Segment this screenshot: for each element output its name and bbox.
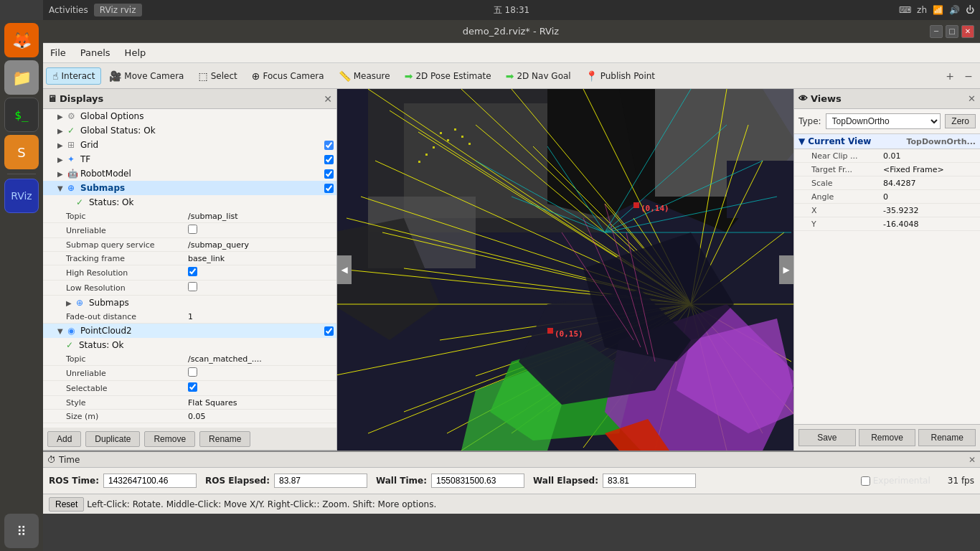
- tree-item-status-ok2[interactable]: ✓ Status: Ok: [43, 338, 336, 352]
- robot-model-checkbox[interactable]: [324, 169, 334, 179]
- tree-item-tf[interactable]: ▶ ✦ TF: [43, 152, 336, 166]
- locale-icon[interactable]: zh: [917, 5, 927, 15]
- collapse-left-button[interactable]: ◀: [337, 255, 352, 284]
- unreliable2-checkbox[interactable]: [188, 367, 197, 377]
- measure-icon: 📏: [339, 70, 351, 82]
- pointcloud2-icon: ◉: [67, 326, 79, 336]
- tree-item-status-ok[interactable]: ✓ Status: Ok: [43, 195, 336, 209]
- tree-item-grid[interactable]: ▶ ⊞ Grid: [43, 138, 336, 152]
- sidebar-icon-rviz[interactable]: RViz: [4, 179, 39, 213]
- views-rename-button[interactable]: Rename: [918, 429, 976, 446]
- expand-arrow-robot-model[interactable]: ▶: [57, 170, 67, 178]
- system-time: 五 18:31: [494, 4, 529, 17]
- fps-display: 31 fps: [948, 476, 974, 486]
- menu-help[interactable]: Help: [122, 46, 149, 60]
- expand-arrow-submaps[interactable]: ▼: [57, 184, 67, 192]
- prop-row-unreliable2: Unreliable: [43, 366, 336, 381]
- tree-item-submaps[interactable]: ▼ ⊕ Submaps: [43, 181, 336, 195]
- tree-item-submaps-sub[interactable]: ▶ ⊕ Submaps: [43, 296, 336, 310]
- tree-item-pointcloud2[interactable]: ▼ ◉ PointCloud2: [43, 324, 336, 338]
- select-label: Select: [211, 71, 237, 81]
- keyboard-icon[interactable]: ⌨: [899, 5, 911, 15]
- pointcloud2-checkbox[interactable]: [324, 326, 334, 336]
- remove-panel-button[interactable]: −: [960, 67, 977, 85]
- topic2-value: /scan_matched_....: [188, 354, 334, 364]
- focus-camera-button[interactable]: ⊕ Focus Camera: [245, 67, 331, 85]
- grid-label: Grid: [80, 140, 321, 150]
- volume-icon[interactable]: 🔊: [949, 5, 960, 15]
- pose-estimate-button[interactable]: ➡ 2D Pose Estimate: [398, 67, 498, 85]
- menu-panels[interactable]: Panels: [77, 46, 113, 60]
- experimental-checkbox[interactable]: [861, 476, 870, 486]
- submaps-checkbox[interactable]: [324, 184, 334, 193]
- select-button[interactable]: ⬚ Select: [192, 67, 243, 85]
- fade-out-value: 1: [188, 312, 334, 321]
- expand-arrow-submaps-sub[interactable]: ▶: [66, 299, 76, 307]
- system-bar-left: Activities RViz rviz: [49, 4, 142, 17]
- move-camera-icon: 🎥: [109, 70, 121, 82]
- sidebar-icon-sublime[interactable]: S: [4, 135, 39, 169]
- tree-item-global-options[interactable]: ▶ ⚙ Global Options: [43, 109, 336, 123]
- add-display-button[interactable]: Add: [47, 431, 81, 447]
- measure-button[interactable]: 📏 Measure: [332, 67, 397, 85]
- expand-arrow-tf[interactable]: ▶: [57, 156, 67, 164]
- wifi-icon[interactable]: 📶: [933, 5, 943, 15]
- collapse-right-button[interactable]: ▶: [779, 255, 793, 284]
- remove-display-button[interactable]: Remove: [144, 431, 195, 447]
- views-remove-button[interactable]: Remove: [859, 429, 916, 446]
- app-name-label[interactable]: RViz rviz: [94, 4, 142, 17]
- move-camera-button[interactable]: 🎥 Move Camera: [103, 67, 190, 85]
- wall-elapsed-input[interactable]: [603, 474, 696, 488]
- displays-close-button[interactable]: ✕: [324, 93, 332, 105]
- ros-elapsed-input[interactable]: [274, 474, 367, 488]
- close-button[interactable]: ✕: [961, 25, 974, 38]
- power-icon[interactable]: ⏻: [966, 5, 974, 15]
- tracking-frame-name: Tracking frame: [66, 254, 188, 263]
- unreliable-checkbox[interactable]: [188, 225, 197, 234]
- wall-time-input[interactable]: [431, 474, 524, 488]
- add-panel-button[interactable]: +: [941, 67, 958, 85]
- svg-rect-64: [433, 146, 435, 149]
- sidebar-icon-terminal[interactable]: $_: [4, 98, 39, 132]
- sidebar-icon-files[interactable]: 📁: [4, 60, 39, 95]
- tf-checkbox[interactable]: [324, 155, 334, 164]
- sidebar-icon-firefox[interactable]: 🦊: [4, 23, 39, 57]
- low-res-value: [188, 282, 334, 293]
- global-options-label: Global Options: [80, 111, 334, 121]
- grid-checkbox[interactable]: [324, 141, 334, 150]
- viewport[interactable]: ◀ ▶: [337, 89, 793, 451]
- type-label: Type:: [798, 116, 821, 126]
- visualization-canvas[interactable]: (0,14) (0,15): [337, 89, 793, 451]
- low-res-name: Low Resolution: [66, 283, 188, 293]
- nav-goal-button[interactable]: ➡ 2D Nav Goal: [499, 67, 578, 85]
- rename-display-button[interactable]: Rename: [199, 431, 250, 447]
- selectable-checkbox[interactable]: [188, 382, 197, 392]
- size-name: Size (m): [66, 412, 188, 421]
- expand-arrow-global-status[interactable]: ▶: [57, 127, 67, 135]
- zero-button[interactable]: Zero: [945, 114, 976, 128]
- views-save-button[interactable]: Save: [798, 429, 856, 446]
- expand-arrow-grid[interactable]: ▶: [57, 141, 67, 149]
- high-res-checkbox[interactable]: [188, 267, 197, 276]
- duplicate-display-button[interactable]: Duplicate: [85, 431, 140, 447]
- activities-label[interactable]: Activities: [49, 5, 88, 15]
- reset-button[interactable]: Reset: [49, 497, 84, 512]
- minimize-button[interactable]: ─: [930, 25, 943, 38]
- submaps-icon: ⊕: [67, 183, 79, 193]
- expand-current-view[interactable]: ▼: [798, 136, 805, 146]
- sidebar-icon-grid[interactable]: ⠿: [4, 514, 39, 548]
- publish-point-button[interactable]: 📍 Publish Point: [579, 67, 661, 85]
- time-close-button[interactable]: ✕: [969, 455, 976, 465]
- tree-item-global-status[interactable]: ▶ ✓ Global Status: Ok: [43, 123, 336, 138]
- interact-button[interactable]: ☝ Interact: [46, 67, 101, 85]
- views-close-button[interactable]: ✕: [968, 93, 976, 104]
- maximize-button[interactable]: □: [946, 25, 958, 38]
- menu-file[interactable]: File: [47, 46, 69, 60]
- ros-time-input[interactable]: [103, 474, 197, 488]
- low-res-checkbox[interactable]: [188, 282, 197, 291]
- expand-arrow-global-options[interactable]: ▶: [57, 113, 67, 121]
- displays-scroll[interactable]: ▶ ⚙ Global Options ▶ ✓ Global Status: Ok…: [43, 109, 336, 428]
- tree-item-robot-model[interactable]: ▶ 🤖 RobotModel: [43, 166, 336, 181]
- type-select[interactable]: TopDownOrtho: [826, 113, 941, 129]
- expand-arrow-pointcloud2[interactable]: ▼: [57, 327, 67, 335]
